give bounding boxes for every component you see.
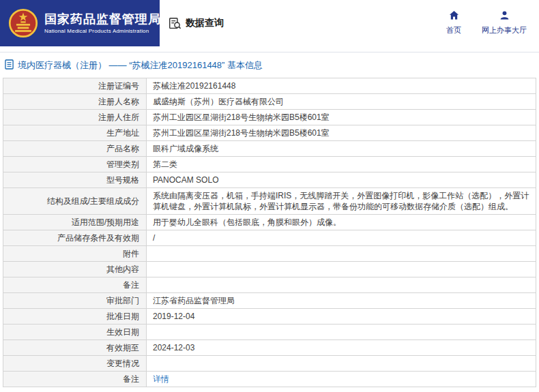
org-name-cn: 国家药品监督管理局 xyxy=(44,13,161,25)
table-row: 有效期至2024-12-03 xyxy=(3,340,536,356)
table-row: 结构及组成/主要组成成分系统由隔离变压器，机箱，手持端IRIS，无线脚踏开关，外… xyxy=(3,188,536,215)
person-icon xyxy=(499,10,510,22)
row-value: 第二类 xyxy=(147,157,536,172)
row-value: 江苏省药品监督管理局 xyxy=(147,293,536,309)
row-value: 用于婴幼儿全眼科（包括眼底，角膜和眼外）成像。 xyxy=(147,215,536,230)
table-row: 附件 xyxy=(3,246,536,262)
table-row: 注册人名称威盛纳斯（苏州）医疗器械有限公司 xyxy=(3,94,536,110)
row-label: 附件 xyxy=(3,246,147,262)
table-row: 变更情况 xyxy=(3,356,536,372)
nav-service-hall[interactable]: 网上办事大厅 xyxy=(482,10,527,35)
row-label: 管理类别 xyxy=(3,157,147,172)
row-value: PANOCAM SOLO xyxy=(147,172,536,188)
row-label: 产品储存条件及有效期 xyxy=(3,230,147,246)
row-label: 注册人住所 xyxy=(3,110,147,125)
page-title-text: 境内医疗器械（注册） —— “苏械注准20192161448” 基本信息 xyxy=(18,59,263,72)
detail-link[interactable]: 详情 xyxy=(153,374,169,384)
table-row: 备注 xyxy=(3,277,536,293)
table-row: 产品名称眼科广域成像系统 xyxy=(3,141,536,157)
row-label: 结构及组成/主要组成成分 xyxy=(3,188,147,215)
table-row: 批准日期2019-12-04 xyxy=(3,309,536,325)
row-label: 批准日期 xyxy=(3,309,147,325)
row-value xyxy=(147,246,536,262)
header-nav: 首页 网上办事大厅 xyxy=(446,10,539,35)
org-name-en: National Medical Products Administration xyxy=(44,29,161,34)
nav-home[interactable]: 首页 xyxy=(446,10,461,35)
table-row: 注册证编号苏械注准20192161448 xyxy=(3,78,536,94)
nav-data-query[interactable]: 数据查询 xyxy=(169,17,224,30)
info-table-body: 注册证编号苏械注准20192161448 注册人名称威盛纳斯（苏州）医疗器械有限… xyxy=(3,78,536,387)
row-value: 2024-12-03 xyxy=(147,340,536,356)
table-row: 其他内容 xyxy=(3,262,536,277)
row-label: 生效日期 xyxy=(3,325,147,340)
row-value: 苏械注准20192161448 xyxy=(147,78,536,94)
nav-home-label: 首页 xyxy=(446,25,461,35)
table-row: 生效日期 xyxy=(3,325,536,340)
row-label: 变更情况 xyxy=(3,356,147,372)
row-label: 审批部门 xyxy=(3,293,147,309)
info-table: 注册证编号苏械注准20192161448 注册人名称威盛纳斯（苏州）医疗器械有限… xyxy=(3,78,536,387)
row-value: 眼科广域成像系统 xyxy=(147,141,536,157)
nav-hall-label: 网上办事大厅 xyxy=(482,25,527,35)
row-value xyxy=(147,325,536,340)
table-row: 型号规格PANOCAM SOLO xyxy=(3,172,536,188)
row-label: 适用范围/预期用途 xyxy=(3,215,147,230)
row-value: 系统由隔离变压器，机箱，手持端IRIS，无线脚踏开关，外置图像打印机，影像工作站… xyxy=(147,188,536,215)
document-icon xyxy=(5,59,14,72)
row-value: 2019-12-04 xyxy=(147,309,536,325)
row-label: 生产地址 xyxy=(3,125,147,141)
table-row: 产品储存条件及有效期/ xyxy=(3,230,536,246)
row-value: / xyxy=(147,230,536,246)
table-row: 生产地址苏州工业园区星湖街218号生物纳米园B5楼601室 xyxy=(3,125,536,141)
document-search-icon xyxy=(169,17,181,30)
row-value xyxy=(147,356,536,372)
row-value: 详情 xyxy=(147,372,536,387)
page-title: 境内医疗器械（注册） —— “苏械注准20192161448” 基本信息 xyxy=(0,52,539,77)
site-logo[interactable]: 国家药品监督管理局 National Medical Products Admi… xyxy=(0,0,160,46)
table-row: 适用范围/预期用途用于婴幼儿全眼科（包括眼底，角膜和眼外）成像。 xyxy=(3,215,536,230)
row-value: 苏州工业园区星湖街218号生物纳米园B5楼601室 xyxy=(147,125,536,141)
org-names: 国家药品监督管理局 National Medical Products Admi… xyxy=(44,13,161,34)
home-icon xyxy=(449,10,459,22)
row-value xyxy=(147,277,536,293)
site-header: 国家药品监督管理局 National Medical Products Admi… xyxy=(0,0,539,46)
row-label: 其他内容 xyxy=(3,262,147,277)
national-emblem-icon xyxy=(8,8,38,38)
row-value: 威盛纳斯（苏州）医疗器械有限公司 xyxy=(147,94,536,110)
row-label: 有效期至 xyxy=(3,340,147,356)
row-value xyxy=(147,262,536,277)
table-row: 管理类别第二类 xyxy=(3,157,536,172)
table-row: 注册人住所苏州工业园区星湖街218号生物纳米园B5楼601室 xyxy=(3,110,536,125)
nav-data-query-label: 数据查询 xyxy=(186,17,224,29)
row-value: 苏州工业园区星湖街218号生物纳米园B5楼601室 xyxy=(147,110,536,125)
row-label: 型号规格 xyxy=(3,172,147,188)
row-label: 备注 xyxy=(3,277,147,293)
row-label: 注册人名称 xyxy=(3,94,147,110)
table-row: 备注 详情 xyxy=(3,372,536,387)
row-label: 备注 xyxy=(3,372,147,387)
row-label: 产品名称 xyxy=(3,141,147,157)
row-label: 注册证编号 xyxy=(3,78,147,94)
table-row: 审批部门江苏省药品监督管理局 xyxy=(3,293,536,309)
